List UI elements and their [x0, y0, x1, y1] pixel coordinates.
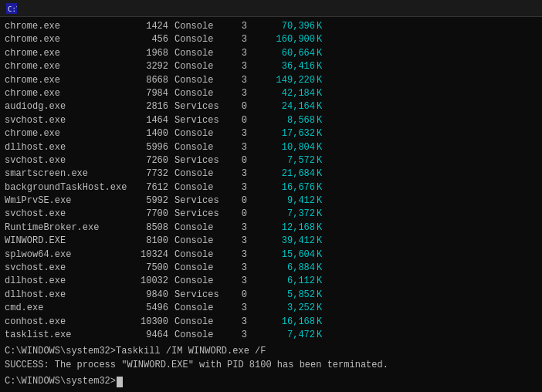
process-mem: 10,804 — [249, 141, 317, 154]
process-pid: 10324 — [130, 248, 170, 262]
process-mem: 5,852 — [249, 289, 317, 302]
process-pid: 7732 — [130, 167, 170, 181]
process-num: 3 — [229, 302, 249, 315]
table-row: dllhost.exe10032 Console 3 6,112 K — [5, 275, 537, 288]
process-mem: 8,568 — [249, 114, 317, 127]
title-bar-icon: C:\ — [6, 3, 17, 14]
process-mem: 7,372 — [249, 208, 317, 221]
process-pid: 10032 — [130, 275, 170, 288]
process-name: WINWORD.EXE — [5, 235, 130, 248]
process-num: 0 — [229, 100, 249, 113]
process-pid: 8100 — [130, 235, 170, 248]
process-num: 3 — [229, 74, 249, 87]
process-session: Console — [170, 87, 229, 100]
table-row: svchost.exe7700 Services 0 7,372 K — [5, 208, 537, 221]
process-pid: 5496 — [130, 302, 170, 315]
process-pid: 2816 — [130, 100, 170, 113]
process-session: Console — [170, 235, 229, 248]
process-k: K — [317, 114, 322, 127]
process-num: 3 — [229, 60, 249, 73]
process-pid: 1424 — [130, 20, 170, 33]
process-name: svchost.exe — [5, 208, 130, 221]
process-pid: 7700 — [130, 208, 170, 221]
table-row: chrome.exe8668 Console 3 149,220 K — [5, 74, 537, 87]
process-mem: 60,664 — [249, 47, 317, 60]
process-name: backgroundTaskHost.exe — [5, 181, 130, 194]
process-num: 0 — [229, 289, 249, 302]
process-session: Services — [170, 194, 229, 208]
process-pid: 8668 — [130, 74, 170, 87]
process-session: Console — [170, 302, 229, 315]
process-num: 0 — [229, 114, 249, 127]
process-pid: 8508 — [130, 221, 170, 235]
prompt-text: C:\WINDOWS\system32> — [5, 375, 116, 388]
process-session: Console — [170, 329, 229, 342]
process-k: K — [317, 275, 322, 288]
table-row: WINWORD.EXE8100 Console 3 39,412 K — [5, 235, 537, 248]
process-name: chrome.exe — [5, 74, 130, 87]
process-k: K — [317, 167, 322, 181]
process-session: Console — [170, 20, 229, 33]
table-row: backgroundTaskHost.exe7612 Console 3 16,… — [5, 181, 537, 194]
table-row: audiodg.exe2816 Services 0 24,164 K — [5, 100, 537, 113]
table-row: chrome.exe1424 Console 3 70,396 K — [5, 20, 537, 33]
process-mem: 21,684 — [249, 167, 317, 181]
process-session: Services — [170, 208, 229, 221]
cursor — [117, 377, 123, 387]
process-mem: 6,884 — [249, 262, 317, 275]
process-num: 3 — [229, 262, 249, 275]
table-row: chrome.exe1968 Console 3 60,664 K — [5, 47, 537, 60]
process-k: K — [317, 181, 322, 194]
process-name: chrome.exe — [5, 87, 130, 100]
process-num: 3 — [229, 167, 249, 181]
process-k: K — [317, 74, 322, 87]
cmd-line: C:\WINDOWS\system32>Taskkill /IM WINWORD… — [5, 345, 537, 358]
process-k: K — [317, 194, 322, 208]
process-mem: 160,900 — [249, 33, 317, 46]
process-name: splwow64.exe — [5, 248, 130, 262]
process-k: K — [317, 47, 322, 60]
svg-text:C:\: C:\ — [8, 5, 17, 13]
process-name: svchost.exe — [5, 114, 130, 127]
process-pid: 1968 — [130, 47, 170, 60]
process-k: K — [317, 221, 322, 235]
process-mem: 12,168 — [249, 221, 317, 235]
process-name: WmiPrvSE.exe — [5, 194, 130, 208]
process-mem: 9,412 — [249, 194, 317, 208]
process-pid: 10300 — [130, 316, 170, 329]
process-pid: 5996 — [130, 141, 170, 154]
table-row: dllhost.exe5996 Console 3 10,804 K — [5, 141, 537, 154]
process-mem: 17,632 — [249, 127, 317, 140]
process-k: K — [317, 141, 322, 154]
process-name: svchost.exe — [5, 154, 130, 167]
process-session: Console — [170, 33, 229, 46]
process-num: 3 — [229, 181, 249, 194]
process-name: conhost.exe — [5, 316, 130, 329]
process-num: 3 — [229, 316, 249, 329]
process-num: 3 — [229, 33, 249, 46]
process-mem: 149,220 — [249, 74, 317, 87]
process-pid: 9840 — [130, 289, 170, 302]
table-row: dllhost.exe9840 Services 0 5,852 K — [5, 289, 537, 302]
process-session: Services — [170, 114, 229, 127]
process-mem: 16,676 — [249, 181, 317, 194]
process-k: K — [317, 302, 322, 315]
process-name: svchost.exe — [5, 262, 130, 275]
process-k: K — [317, 154, 322, 167]
process-name: chrome.exe — [5, 33, 130, 46]
process-pid: 1400 — [130, 127, 170, 140]
process-num: 3 — [229, 47, 249, 60]
process-mem: 39,412 — [249, 235, 317, 248]
process-pid: 3292 — [130, 60, 170, 73]
process-k: K — [317, 316, 322, 329]
table-row: svchost.exe1464 Services 0 8,568 K — [5, 114, 537, 127]
console: chrome.exe1424 Console 3 70,396 Kchrome.… — [0, 17, 542, 392]
table-row: chrome.exe3292 Console 3 36,416 K — [5, 60, 537, 73]
table-row: chrome.exe7984 Console 3 42,184 K — [5, 87, 537, 100]
process-session: Services — [170, 100, 229, 113]
process-session: Console — [170, 275, 229, 288]
process-num: 3 — [229, 221, 249, 235]
process-mem: 36,416 — [249, 60, 317, 73]
process-k: K — [317, 20, 322, 33]
process-num: 0 — [229, 194, 249, 208]
